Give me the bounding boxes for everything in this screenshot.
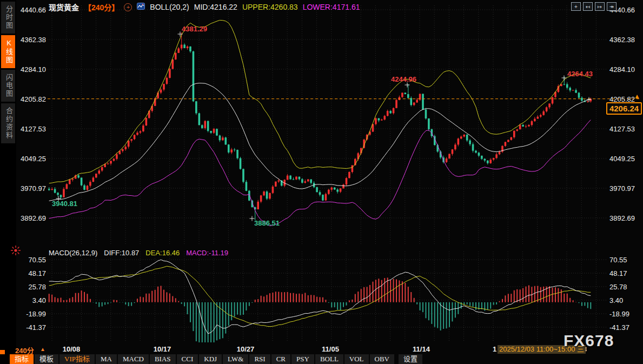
- toolbar-btn-macd[interactable]: MACD: [118, 354, 149, 364]
- macd-axis-label-left: -41.37: [18, 323, 46, 332]
- boll-lower-value: LOWER:4171.61: [303, 3, 360, 11]
- chart-header: 现货黄金 【240分】 + BOLL(20,2) MID:4216.22 UPP…: [49, 2, 360, 12]
- shift-left-icon[interactable]: ↤: [583, 2, 593, 11]
- trading-app-window: 分时图 K线图 闪电图 合约资料 现货黄金 【240分】 + BOLL(20,2…: [0, 0, 643, 364]
- macd-axis-label-right: -18.99: [609, 310, 638, 318]
- macd-header: MACD(26,12,9) DIFF:10.87 DEA:16.46 MACD:…: [49, 249, 228, 257]
- macd-axis-label-right: 25.78: [609, 283, 638, 291]
- toolbar-btn-rsi[interactable]: RSI: [249, 354, 270, 364]
- date-label: 10/17: [154, 345, 171, 353]
- boll-indicator-label: BOLL(20,2): [150, 3, 189, 11]
- macd-axis-label-left: 48.17: [18, 269, 46, 277]
- zoom-reset-icon[interactable]: ↠: [607, 2, 617, 11]
- annotation-high-4264: 4264.43: [567, 70, 593, 78]
- boll-mid-value: MID:4216.22: [194, 3, 237, 11]
- macd-axis-label-left: 25.78: [18, 283, 46, 291]
- current-price-tag: 4206.24: [606, 102, 642, 115]
- date-label: 11/05: [322, 345, 339, 353]
- date-label: 11/14: [413, 345, 430, 353]
- price-axis-label-left: 4284.10: [18, 65, 46, 74]
- period-up-arrow-icon: ▲: [40, 346, 45, 352]
- annotation-high-4244: 4244.96: [391, 75, 416, 83]
- macd-title: MACD(26,12,9): [49, 249, 97, 257]
- toolbar-btn-kdj[interactable]: KDJ: [199, 354, 222, 364]
- price-axis-label-left: 4127.53: [18, 125, 46, 133]
- macd-axis-label-right: -41.37: [609, 323, 638, 332]
- instrument-name: 现货黄金: [49, 2, 79, 12]
- toolbar-btn-settings[interactable]: 设置: [399, 354, 422, 364]
- price-up-arrow-icon: ▲: [634, 92, 640, 100]
- toolbar-btn-bias[interactable]: BIAS: [150, 354, 176, 364]
- circle-plus-icon[interactable]: +: [124, 3, 132, 11]
- macd-axis-label-left: 3.40: [18, 296, 46, 305]
- price-axis-label-left: 4362.38: [18, 36, 46, 44]
- sidebar-tab-lightning[interactable]: 闪电图: [1, 70, 15, 102]
- left-sidebar: 分时图 K线图 闪电图 合约资料: [0, 0, 16, 364]
- date-label-partial: 1: [493, 345, 496, 353]
- toolbar-btn-indicator[interactable]: 指标: [10, 354, 34, 364]
- price-axis-label-left: 4205.82: [18, 95, 46, 103]
- price-axis-label-right: 4362.38: [609, 36, 638, 44]
- toolbar-btn-template[interactable]: 模板: [35, 354, 58, 364]
- toolbar-btn-vip-indicator[interactable]: VIP指标: [59, 354, 95, 364]
- chart-type-icon[interactable]: [137, 3, 145, 11]
- fx678-watermark: FX678: [564, 332, 614, 350]
- price-axis-label-right: 3892.69: [609, 214, 638, 222]
- macd-axis-label-right: 3.40: [609, 296, 638, 305]
- price-axis-label-left: 4440.66: [18, 6, 46, 14]
- macd-axis-label-right: 48.17: [609, 269, 638, 277]
- toolbar-btn-cci[interactable]: CCI: [177, 354, 198, 364]
- toolbar-btn-ma[interactable]: MA: [96, 354, 117, 364]
- toolbar-btn-obv[interactable]: OBV: [370, 354, 394, 364]
- macd-axis-label-left: 70.55: [18, 256, 46, 264]
- toolbar-btn-boll[interactable]: BOLL: [315, 354, 343, 364]
- macd-axis-label-right: 70.55: [609, 256, 638, 264]
- date-label: 10/27: [237, 345, 255, 353]
- sidebar-tab-kline[interactable]: K线图: [1, 35, 15, 68]
- toolbar-btn-psy[interactable]: PSY: [291, 354, 314, 364]
- main-chart-canvas[interactable]: [0, 0, 643, 364]
- price-axis-label-left: 4049.25: [18, 155, 46, 163]
- sidebar-tab-contract-info[interactable]: 合约资料: [1, 103, 15, 143]
- macd-axis-label-left: -18.99: [18, 310, 46, 318]
- alert-blink-icon[interactable]: [10, 245, 21, 258]
- pan-icon[interactable]: +: [571, 2, 581, 11]
- macd-diff-value: DIFF:10.87: [104, 249, 139, 257]
- annotation-low-3940: 3940.81: [52, 200, 77, 208]
- indicator-toolbar: 指标 模板 VIP指标 MA MACD BIAS CCI KDJ LW& RSI…: [10, 354, 422, 364]
- toolbar-btn-lw[interactable]: LW&: [223, 354, 248, 364]
- scroll-left-handle[interactable]: [0, 350, 5, 354]
- price-axis-label-left: 3970.97: [18, 184, 46, 193]
- sidebar-tab-timeshare[interactable]: 分时图: [1, 2, 15, 34]
- toolbar-btn-cr[interactable]: CR: [271, 354, 290, 364]
- price-axis-label-right: 4284.10: [609, 65, 638, 74]
- toolbar-btn-vol[interactable]: VOL: [344, 354, 369, 364]
- macd-dea-value: DEA:16.46: [145, 249, 180, 257]
- date-label: 10/08: [63, 345, 81, 353]
- price-axis-label-left: 3892.69: [18, 214, 46, 222]
- price-axis-label-right: 4049.25: [609, 155, 638, 163]
- price-axis-label-right: 4127.53: [609, 125, 638, 133]
- annotation-low-3886: 3886.51: [254, 219, 280, 227]
- boll-upper-value: UPPER:4260.83: [242, 3, 298, 11]
- chart-toolbar-icons: + ↤ ↦ ↠: [571, 2, 617, 11]
- macd-macd-value: MACD:-11.19: [186, 249, 228, 257]
- annotation-high-4381: 4381.29: [182, 25, 207, 33]
- shift-right-icon[interactable]: ↦: [595, 2, 605, 11]
- price-axis-label-right: 3970.97: [609, 184, 638, 193]
- period-label[interactable]: 【240分】: [84, 2, 119, 12]
